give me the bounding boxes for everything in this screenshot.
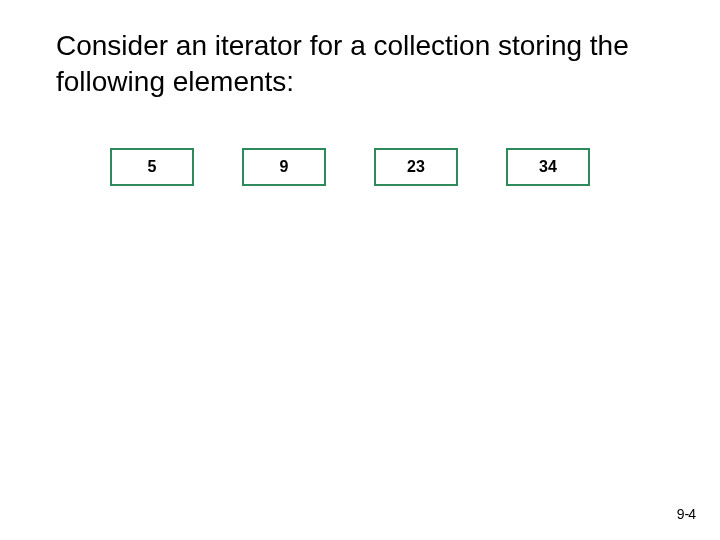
collection-element: 23 — [374, 148, 458, 186]
collection-row: 5 9 23 34 — [110, 148, 590, 186]
slide: Consider an iterator for a collection st… — [0, 0, 720, 540]
page-number: 9-4 — [677, 506, 696, 522]
page-chapter: 9 — [677, 506, 685, 522]
collection-element: 9 — [242, 148, 326, 186]
collection-element: 5 — [110, 148, 194, 186]
collection-element: 34 — [506, 148, 590, 186]
page-index: 4 — [688, 506, 696, 522]
slide-heading: Consider an iterator for a collection st… — [56, 28, 676, 101]
